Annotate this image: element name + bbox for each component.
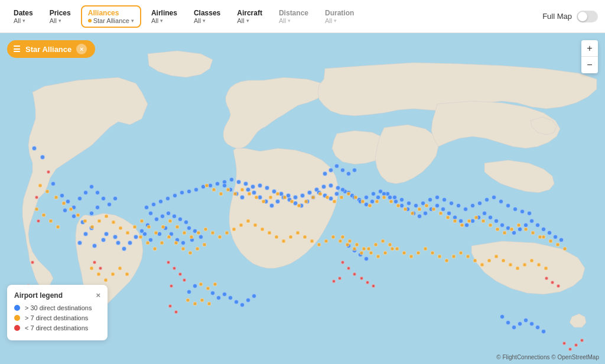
legend-label-blue: > 30 direct destinations	[25, 304, 92, 311]
legend-item-blue: > 30 direct destinations	[14, 304, 100, 311]
chevron-down-icon: ▾	[58, 18, 61, 24]
filter-airlines-label: Airlines	[151, 9, 177, 17]
filter-distance-value: All ▾	[279, 17, 291, 24]
filter-alliances-label: Alliances	[88, 9, 119, 17]
airport-legend: Airport legend × > 30 direct destination…	[7, 285, 108, 340]
legend-dot-red	[14, 325, 20, 331]
active-filter-chip[interactable]: ☰ Star Alliance ×	[7, 40, 95, 58]
zoom-controls: + −	[581, 40, 598, 73]
filter-bar: Dates All ▾ Prices All ▾ Alliances Star …	[0, 0, 605, 33]
legend-label-red: < 7 direct destinations	[25, 324, 88, 332]
filter-alliances[interactable]: Alliances Star Alliance ▾	[81, 5, 141, 28]
legend-item-red: < 7 direct destinations	[14, 324, 100, 332]
filter-classes-label: Classes	[194, 9, 220, 17]
filter-airlines[interactable]: Airlines All ▾	[145, 6, 184, 27]
filter-dates-value: All ▾	[14, 17, 25, 24]
filter-duration-value: All ▾	[325, 17, 337, 24]
filter-duration-label: Duration	[325, 9, 354, 17]
filter-prices-label: Prices	[50, 9, 71, 17]
filter-dates-label: Dates	[14, 9, 33, 17]
filter-distance[interactable]: Distance All ▾	[272, 6, 315, 27]
zoom-in-button[interactable]: +	[581, 40, 598, 57]
legend-dot-blue	[14, 305, 20, 311]
chevron-down-icon: ▾	[334, 18, 337, 24]
zoom-out-button[interactable]: −	[581, 57, 598, 73]
chevron-down-icon: ▾	[22, 18, 25, 24]
legend-title: Airport legend	[14, 291, 63, 300]
filter-prices-value: All ▾	[50, 17, 61, 24]
filter-alliances-value: Star Alliance ▾	[88, 17, 134, 24]
chevron-down-icon: ▾	[246, 18, 249, 24]
full-map-toggle[interactable]: Full Map	[542, 11, 598, 22]
legend-label-orange: > 7 direct destinations	[25, 314, 88, 321]
filter-chip-label: Star Alliance	[25, 45, 71, 54]
filter-chip-close[interactable]: ×	[76, 44, 87, 54]
filter-prices[interactable]: Prices All ▾	[43, 6, 77, 27]
map-container: ☰ Star Alliance × + − Airport legend × >…	[0, 33, 605, 364]
filter-dates[interactable]: Dates All ▾	[7, 6, 40, 27]
legend-dot-orange	[14, 315, 20, 321]
filter-airlines-value: All ▾	[151, 17, 163, 24]
legend-item-orange: > 7 direct destinations	[14, 314, 100, 321]
chevron-down-icon: ▾	[203, 18, 206, 24]
filter-classes[interactable]: Classes All ▾	[187, 6, 227, 27]
chevron-down-icon: ▾	[160, 18, 163, 24]
full-map-switch[interactable]	[577, 11, 598, 22]
filter-distance-label: Distance	[279, 9, 308, 17]
full-map-label: Full Map	[542, 12, 572, 21]
filter-duration[interactable]: Duration All ▾	[318, 6, 360, 27]
legend-header: Airport legend ×	[14, 291, 100, 300]
chevron-down-icon: ▾	[288, 18, 291, 24]
filter-aircraft[interactable]: Aircraft All ▾	[230, 6, 269, 27]
filter-aircraft-value: All ▾	[237, 17, 249, 24]
attribution: © FlightConnections © OpenStreetMap	[496, 354, 599, 360]
filter-aircraft-label: Aircraft	[237, 9, 262, 17]
filter-classes-value: All ▾	[194, 17, 206, 24]
filter-icon: ☰	[13, 44, 21, 54]
legend-close-button[interactable]: ×	[96, 291, 100, 300]
chevron-down-icon: ▾	[131, 18, 134, 24]
active-dot	[88, 19, 92, 22]
